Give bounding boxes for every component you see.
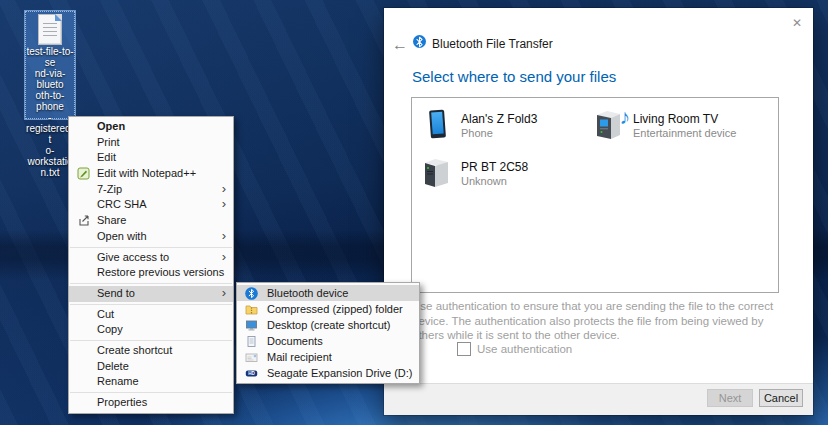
context-menu-item-properties[interactable]: Properties	[69, 395, 233, 411]
text-file-icon	[38, 14, 62, 45]
context-menu-item-print[interactable]: Print	[69, 135, 233, 151]
menu-item-label: Edit	[97, 151, 116, 163]
menu-item-label: Create shortcut	[97, 344, 172, 356]
context-menu-item-share[interactable]: Share	[69, 213, 233, 229]
send-to-item-desktop-create-shortcut[interactable]: Desktop (create shortcut)	[237, 317, 419, 333]
context-menu-item-cut[interactable]: Cut	[69, 307, 233, 323]
menu-item-label: Documents	[267, 335, 323, 347]
next-button[interactable]: Next	[707, 389, 753, 407]
context-menu-item-delete[interactable]: Delete	[69, 359, 233, 375]
menu-item-label: Print	[97, 136, 120, 148]
device-item-alan-s-z-fold3[interactable]: Alan's Z Fold3Phone	[422, 106, 594, 154]
menu-item-label: Properties	[97, 396, 147, 408]
menu-item-label: Compressed (zipped) folder	[267, 303, 403, 315]
menu-item-label: Desktop (create shortcut)	[267, 319, 391, 331]
menu-item-label: Delete	[97, 360, 129, 372]
desktop-background[interactable]: test-file-to-send-via-bluetooth-to-phone…	[0, 0, 828, 425]
menu-item-label: Open with	[97, 230, 147, 242]
menu-item-label: Rename	[97, 375, 139, 387]
menu-item-label: CRC SHA	[97, 198, 147, 210]
back-arrow-icon[interactable]: ←	[392, 36, 408, 54]
send-to-submenu: Bluetooth deviceCompressed (zipped) fold…	[236, 282, 420, 384]
menu-separator	[70, 304, 232, 305]
desktop-file-label-line: nd-via-blueto	[25, 68, 75, 90]
menu-item-label: Open	[97, 120, 125, 132]
context-menu-item-send-to[interactable]: Send to›	[69, 286, 233, 302]
device-item-pr-bt-2c58[interactable]: PR BT 2C58Unknown	[422, 154, 594, 202]
send-to-item-seagate-expansion-drive-d[interactable]: HDSeagate Expansion Drive (D:)	[237, 365, 419, 381]
computer-tower-icon	[422, 156, 454, 192]
device-list: Alan's Z Fold3Phone♪Living Room TVEntert…	[411, 97, 779, 293]
context-menu-item-give-access-to[interactable]: Give access to›	[69, 250, 233, 266]
context-menu-item-copy[interactable]: Copy	[69, 322, 233, 338]
submenu-arrow-icon: ›	[222, 196, 226, 212]
authentication-description: Use authentication to ensure that you ar…	[412, 299, 786, 343]
context-menu-item-edit-with-notepad[interactable]: Edit with Notepad++	[69, 166, 233, 182]
submenu-arrow-icon: ›	[222, 181, 226, 197]
submenu-arrow-icon: ›	[222, 249, 226, 265]
submenu-arrow-icon: ›	[222, 228, 226, 244]
media-device-icon: ♪	[594, 108, 626, 144]
send-to-item-bluetooth-device[interactable]: Bluetooth device	[237, 285, 419, 301]
submenu-arrow-icon: ›	[222, 285, 226, 301]
context-menu-item-crc-sha[interactable]: CRC SHA›	[69, 197, 233, 213]
menu-item-label: Give access to	[97, 251, 169, 263]
notepad-plus-plus-icon	[77, 167, 90, 180]
send-to-item-compressed-zipped-folder[interactable]: Compressed (zipped) folder	[237, 301, 419, 317]
bluetooth-file-transfer-dialog: ✕ ← Bluetooth File Transfer Select where…	[384, 8, 813, 415]
device-name: Alan's Z Fold3	[461, 108, 537, 126]
bluetooth-icon	[245, 287, 258, 300]
context-menu-item-rename[interactable]: Rename	[69, 374, 233, 390]
desktop-file-label-line: oth-to-phone	[25, 90, 75, 112]
context-menu-item-edit[interactable]: Edit	[69, 150, 233, 166]
context-menu-item-open-with[interactable]: Open with›	[69, 229, 233, 245]
menu-separator	[70, 247, 232, 248]
device-type: Unknown	[461, 175, 528, 187]
device-name: PR BT 2C58	[461, 156, 528, 174]
menu-item-label: Share	[97, 214, 126, 226]
documents-icon	[245, 335, 258, 348]
dialog-heading: Select where to send your files	[412, 68, 616, 85]
send-to-item-documents[interactable]: Documents	[237, 333, 419, 349]
desktop-file-label-line: test-file-to-se	[25, 46, 75, 68]
menu-item-label: Bluetooth device	[267, 287, 348, 299]
context-menu-item-7-zip[interactable]: 7-Zip›	[69, 182, 233, 198]
menu-item-label: Restore previous versions	[97, 266, 224, 278]
phone-icon	[422, 108, 454, 144]
menu-item-label: Seagate Expansion Drive (D:)	[267, 367, 413, 379]
close-icon[interactable]: ✕	[792, 16, 802, 30]
cancel-button[interactable]: Cancel	[759, 389, 803, 407]
bluetooth-icon	[413, 35, 426, 48]
menu-separator	[70, 283, 232, 284]
context-menu-item-open[interactable]: Open	[69, 119, 233, 135]
desktop-shortcut-icon	[245, 319, 258, 332]
device-type: Phone	[461, 127, 537, 139]
use-authentication-label: Use authentication	[477, 343, 572, 355]
menu-item-label: Cut	[97, 308, 114, 320]
menu-item-label: Edit with Notepad++	[97, 167, 196, 179]
music-note-icon: ♪	[620, 105, 631, 129]
dialog-title: Bluetooth File Transfer	[432, 37, 553, 51]
context-menu-item-restore-previous-versions[interactable]: Restore previous versions	[69, 265, 233, 281]
menu-item-label: Send to	[97, 287, 135, 299]
device-item-living-room-tv[interactable]: ♪Living Room TVEntertainment device	[594, 106, 766, 154]
drive-icon: HD	[245, 367, 258, 380]
menu-separator	[70, 392, 232, 393]
menu-item-label: Copy	[97, 323, 123, 335]
zipped-folder-icon	[245, 303, 258, 316]
desktop-file-icon[interactable]: test-file-to-send-via-bluetooth-to-phone…	[24, 10, 76, 120]
menu-separator	[70, 340, 232, 341]
use-authentication-checkbox[interactable]	[457, 342, 471, 356]
menu-item-label: 7-Zip	[97, 183, 122, 195]
svg-text:HD: HD	[248, 371, 255, 376]
mail-icon	[245, 351, 258, 364]
device-name: Living Room TV	[633, 108, 736, 126]
dialog-footer: Next Cancel	[384, 383, 813, 415]
device-type: Entertainment device	[633, 127, 736, 139]
share-icon	[77, 214, 90, 227]
context-menu-item-create-shortcut[interactable]: Create shortcut	[69, 343, 233, 359]
context-menu: OpenPrintEditEdit with Notepad++7-Zip›CR…	[68, 116, 234, 414]
send-to-item-mail-recipient[interactable]: Mail recipient	[237, 349, 419, 365]
menu-item-label: Mail recipient	[267, 351, 332, 363]
